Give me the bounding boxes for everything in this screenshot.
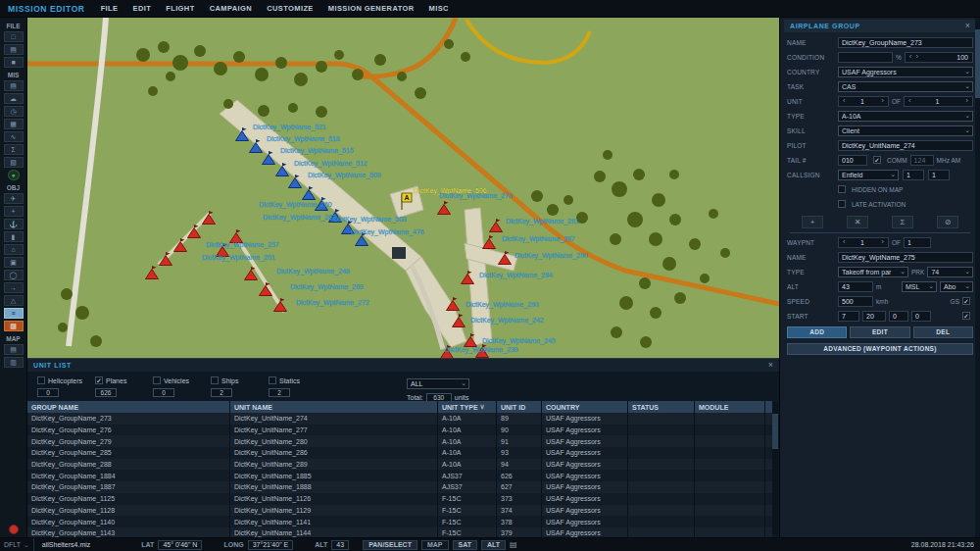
menu-item-customize[interactable]: CUSTOMIZE — [267, 4, 314, 13]
spinner-left-icon[interactable]: ‹ — [841, 97, 848, 105]
start-day-input[interactable]: 7 — [838, 311, 859, 322]
task-dropdown[interactable]: CAS — [838, 81, 973, 92]
unit-table-row[interactable]: DictKey_GroupName_285DictKey_UnitName_28… — [27, 447, 772, 459]
edit-waypoint-button[interactable]: EDIT — [850, 326, 909, 338]
save-mission-icon[interactable]: ■ — [4, 57, 24, 68]
spinner-left-icon[interactable]: ‹ — [841, 238, 848, 246]
open-mission-icon[interactable]: ▤ — [4, 44, 24, 55]
waypoint-type-dropdown[interactable]: Takeoff from par — [838, 267, 908, 277]
waypoint-label[interactable]: DictKey_WptName_263 — [263, 214, 336, 222]
unit-table-row[interactable]: DictKey_GroupName_1887DictKey_UnitName_1… — [27, 481, 772, 493]
waypoint-label[interactable]: DictKey_WptName_509 — [308, 172, 381, 179]
waypoint-label[interactable]: DictKey_WptName_281 — [506, 218, 579, 225]
layers-icon[interactable]: ▤ — [510, 540, 517, 549]
wrench-tool-icon[interactable]: + — [802, 216, 823, 228]
altitude-mode-dropdown[interactable]: Abo — [940, 281, 973, 292]
weather-icon[interactable]: ☁ — [4, 93, 24, 104]
start-second-input[interactable]: 0 — [911, 311, 931, 322]
unit-table-row[interactable]: DictKey_GroupName_1128DictKey_UnitName_1… — [27, 505, 772, 517]
map-area[interactable]: ADictKey_WptName_521DictKey_WptName_518D… — [27, 18, 779, 537]
waypoint-label[interactable]: DictKey_WptName_260 — [259, 201, 332, 209]
waypoint-label[interactable]: DictKey_WptName_293 — [466, 301, 539, 309]
attack-tool-icon[interactable]: ✕ — [847, 216, 868, 228]
waypoint-label[interactable]: DictKey_WptName_257 — [206, 241, 279, 249]
waypoint-label[interactable]: DictKey_WptName_242 — [470, 317, 544, 325]
waypoint-label[interactable]: DictKey_WptName_512 — [294, 160, 368, 168]
add-static-icon[interactable]: ⌂ — [4, 244, 24, 255]
route-tool-icon[interactable]: → — [4, 282, 24, 293]
start-hour-input[interactable]: 20 — [862, 311, 886, 322]
restrict-tool-icon[interactable]: ⊘ — [937, 216, 958, 228]
start-time-checkbox[interactable] — [962, 312, 970, 320]
spinner-right-icon[interactable]: › — [879, 238, 886, 246]
map-layers-icon[interactable]: ▤ — [4, 344, 24, 355]
alt-view-button[interactable]: ALT — [481, 540, 506, 550]
pilot-input[interactable]: DictKey_UnitName_274 — [838, 140, 973, 151]
menu-item-mission-generator[interactable]: MISSION GENERATOR — [328, 4, 415, 13]
waypoint-label[interactable]: DictKey_WptName_515 — [280, 147, 354, 155]
aircraft-type-dropdown[interactable]: A-10A — [838, 111, 973, 122]
time-icon[interactable]: ◷ — [4, 106, 24, 117]
waypoint-label[interactable]: DictKey_WptName_239 — [445, 346, 518, 354]
unit-type-filter-dropdown[interactable]: ALL — [407, 378, 469, 389]
altitude-reference-dropdown[interactable]: MSL — [902, 281, 937, 292]
column-header-module[interactable]: MODULE — [695, 401, 765, 413]
new-mission-icon[interactable]: □ — [4, 31, 24, 42]
menu-item-misc[interactable]: MISC — [429, 4, 449, 13]
add-template-icon[interactable]: ▣ — [4, 257, 24, 268]
filter-checkbox-planes[interactable] — [95, 376, 103, 384]
unit-table-row[interactable]: DictKey_GroupName_276DictKey_UnitName_27… — [27, 425, 772, 436]
skill-dropdown[interactable]: Client — [838, 125, 973, 136]
altitude-input[interactable]: 43 — [838, 281, 873, 292]
waypoint-label[interactable]: DictKey_WptName_290 — [514, 252, 588, 260]
waypoint-label[interactable]: DictKey_WptName_287 — [502, 235, 575, 243]
callsign-dropdown[interactable]: Enfield — [838, 170, 899, 180]
start-minute-input[interactable]: 0 — [889, 311, 908, 322]
column-header-status[interactable]: STATUS — [628, 401, 695, 413]
menu-item-file[interactable]: FILE — [101, 4, 119, 13]
hidden-on-map-checkbox[interactable] — [838, 185, 846, 193]
column-header-unit-id[interactable]: UNIT ID — [497, 401, 542, 413]
waypoint-label[interactable]: DictKey_WptName_251 — [202, 254, 275, 262]
options-icon[interactable]: ▧ — [4, 157, 24, 168]
summary-tool-icon[interactable]: Σ — [892, 216, 913, 228]
add-ship-icon[interactable]: ⚓ — [4, 219, 24, 229]
add-vehicle-icon[interactable]: ▮ — [4, 231, 24, 242]
pan-select-mode-button[interactable]: PAN/SELECT — [363, 540, 417, 550]
unit-table-row[interactable]: DictKey_GroupName_1884DictKey_UnitName_1… — [27, 470, 772, 481]
filter-checkbox-vehicles[interactable] — [153, 376, 161, 384]
unit-total-spinner[interactable]: ‹ 1 › — [904, 96, 973, 107]
unit-table-row[interactable]: DictKey_GroupName_273DictKey_UnitName_27… — [27, 413, 772, 425]
waypoint-label[interactable]: DictKey_WptName_284 — [479, 272, 553, 279]
column-header-country[interactable]: COUNTRY — [542, 401, 628, 413]
measure-tool-icon[interactable]: △ — [4, 295, 24, 306]
menu-item-campaign[interactable]: CAMPAIGN — [210, 4, 252, 13]
waypoint-spinner[interactable]: ‹ 1 › — [838, 237, 889, 248]
country-dropdown[interactable]: USAF Aggressors — [838, 67, 973, 77]
waypoint-label[interactable]: DictKey_WptName_503 — [333, 216, 407, 224]
layer-select[interactable]: DFLT ⌄ — [0, 538, 34, 551]
comm-checkbox[interactable] — [873, 156, 881, 164]
summary-icon[interactable]: Σ — [4, 144, 24, 155]
waypoint-label[interactable]: DictKey_WptName_476 — [351, 228, 424, 236]
late-activation-checkbox[interactable] — [838, 200, 846, 208]
waypoint-label[interactable]: DictKey_WptName_278 — [439, 192, 513, 200]
waypoint-label[interactable]: DictKey_WptName_269 — [290, 283, 364, 291]
unit-count-spinner[interactable]: ‹ 1 › — [838, 96, 889, 107]
status-ok-icon[interactable]: ● — [8, 170, 20, 180]
unit-table-row[interactable]: DictKey_GroupName_279DictKey_UnitName_28… — [27, 435, 772, 447]
waypoint-name-input[interactable]: DictKey_WptName_275 — [838, 252, 973, 263]
filter-checkbox-statics[interactable] — [269, 376, 276, 384]
map-options-icon[interactable]: ▥ — [4, 357, 24, 368]
unit-list-scrollbar[interactable] — [772, 402, 778, 535]
menu-item-edit[interactable]: EDIT — [132, 4, 151, 13]
parking-dropdown[interactable]: 74 — [927, 267, 973, 277]
waypoint-label[interactable]: DictKey_WptName_521 — [253, 124, 326, 131]
right-panel-scroll-thumb[interactable] — [975, 29, 980, 98]
filter-checkbox-ships[interactable] — [211, 376, 219, 384]
unit-table-row[interactable]: DictKey_GroupName_1140DictKey_UnitName_1… — [27, 516, 772, 527]
column-header-unit-name[interactable]: UNIT NAME — [230, 401, 438, 413]
column-header-unit-type[interactable]: UNIT TYPE∨ — [438, 401, 497, 413]
sat-view-button[interactable]: SAT — [453, 540, 477, 550]
spinner-right-icon[interactable]: › — [879, 97, 886, 105]
